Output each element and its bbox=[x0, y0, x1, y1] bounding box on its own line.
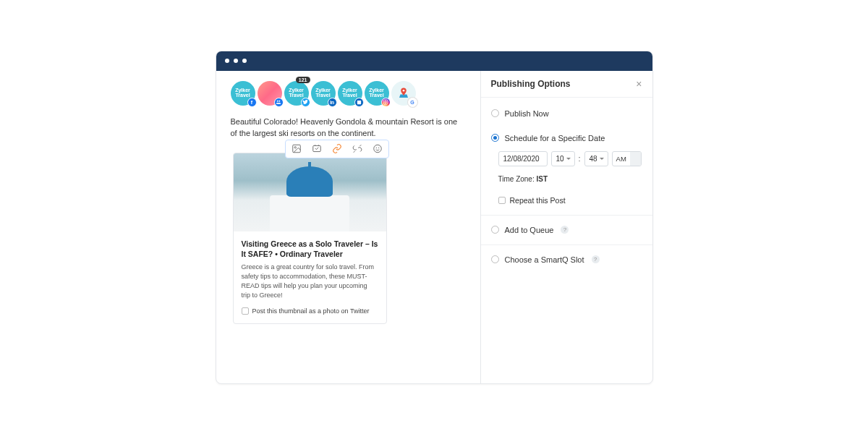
time-separator: : bbox=[579, 154, 581, 163]
panel-body: Publish Now Schedule for a Specific Date… bbox=[481, 98, 652, 274]
link-preview-card: Visiting Greece as a Solo Traveler – Is … bbox=[233, 153, 387, 325]
panel-title: Publishing Options bbox=[491, 79, 571, 89]
repeat-post-checkbox[interactable]: Repeat this Post bbox=[498, 196, 642, 205]
channel-twitter[interactable]: 121 Zylker Travel bbox=[284, 81, 309, 106]
channel-label: Zylker Travel bbox=[338, 88, 362, 98]
channel-instagram[interactable]: Zylker Travel bbox=[365, 81, 389, 106]
channel-facebook[interactable]: Zylker Travel f bbox=[231, 81, 255, 106]
linkedin-icon: in bbox=[328, 98, 337, 107]
repeat-label: Repeat this Post bbox=[510, 196, 566, 205]
svg-point-4 bbox=[385, 101, 387, 103]
option-schedule-date[interactable]: Schedule for a Specific Date bbox=[491, 131, 642, 145]
traffic-lights bbox=[225, 59, 247, 63]
linkedin-page-icon bbox=[354, 98, 364, 107]
channel-label: Zylker Travel bbox=[231, 88, 255, 98]
twitter-icon bbox=[301, 98, 310, 107]
meridiem-pm bbox=[630, 152, 641, 166]
close-icon[interactable]: × bbox=[636, 79, 642, 89]
preview-image bbox=[234, 153, 386, 231]
preview-description: Greece is a great country for solo trave… bbox=[242, 263, 378, 300]
svg-rect-2 bbox=[357, 100, 360, 103]
option-label: Add to Queue bbox=[505, 226, 554, 234]
radio-icon bbox=[491, 109, 499, 117]
channel-label: Zylker Travel bbox=[284, 88, 309, 98]
compose-window: Zylker Travel f 121 Zylker Travel bbox=[216, 51, 653, 384]
meridiem-toggle[interactable]: AM bbox=[612, 151, 642, 166]
count-badge: 121 bbox=[296, 77, 310, 83]
meridiem-am: AM bbox=[613, 152, 630, 166]
option-label: Choose a SmartQ Slot bbox=[505, 255, 584, 264]
svg-point-11 bbox=[378, 148, 379, 148]
svg-point-1 bbox=[278, 101, 280, 102]
preview-title: Visiting Greece as a Solo Traveler – Is … bbox=[242, 239, 378, 259]
radio-icon bbox=[491, 134, 499, 142]
schedule-controls: 12/08/2020 10 : 48 AM Time Zone: IST bbox=[491, 151, 642, 205]
minute-select[interactable]: 48 bbox=[584, 151, 608, 166]
map-pin-icon bbox=[397, 87, 410, 100]
date-input[interactable]: 12/08/2020 bbox=[498, 151, 548, 166]
twitter-thumbnail-checkbox[interactable]: Post this thumbnail as a photo on Twitte… bbox=[242, 307, 378, 315]
group-icon bbox=[274, 98, 284, 107]
channel-linkedin[interactable]: Zylker Travel in bbox=[311, 81, 336, 106]
radio-icon bbox=[491, 255, 499, 263]
option-smartq[interactable]: Choose a SmartQ Slot ? bbox=[491, 245, 642, 274]
post-text[interactable]: Beautiful Colorado! Heavenly Gondola & m… bbox=[231, 116, 473, 140]
content-area: Zylker Travel f 121 Zylker Travel bbox=[216, 71, 652, 383]
shorten-link-icon[interactable] bbox=[352, 144, 362, 154]
svg-point-7 bbox=[294, 147, 296, 148]
help-icon[interactable]: ? bbox=[561, 226, 569, 234]
checkbox-icon bbox=[498, 197, 506, 204]
option-add-queue[interactable]: Add to Queue ? bbox=[491, 216, 642, 244]
media-library-icon[interactable] bbox=[312, 144, 322, 154]
help-icon[interactable]: ? bbox=[592, 255, 600, 263]
channel-google[interactable]: G bbox=[391, 81, 416, 106]
link-icon[interactable] bbox=[332, 144, 342, 154]
channel-selector: Zylker Travel f 121 Zylker Travel bbox=[231, 81, 473, 106]
svg-point-5 bbox=[402, 89, 404, 91]
link-preview-wrap: Visiting Greece as a Solo Traveler – Is … bbox=[231, 153, 473, 325]
hour-select[interactable]: 10 bbox=[551, 151, 575, 166]
option-publish-now[interactable]: Publish Now bbox=[491, 106, 642, 121]
image-icon[interactable] bbox=[292, 144, 302, 154]
svg-point-9 bbox=[373, 145, 381, 153]
facebook-icon: f bbox=[247, 98, 257, 107]
chevron-down-icon bbox=[600, 158, 604, 160]
window-titlebar bbox=[216, 51, 652, 71]
window-control-dot[interactable] bbox=[234, 59, 238, 63]
compose-toolbar bbox=[285, 140, 389, 158]
svg-rect-3 bbox=[383, 100, 388, 104]
compose-pane: Zylker Travel f 121 Zylker Travel bbox=[216, 71, 480, 383]
publishing-options-panel: Publishing Options × Publish Now Schedul… bbox=[480, 71, 652, 383]
window-control-dot[interactable] bbox=[242, 59, 247, 63]
option-label: Publish Now bbox=[505, 109, 549, 118]
google-icon: G bbox=[408, 98, 417, 107]
chevron-down-icon bbox=[566, 158, 571, 160]
radio-icon bbox=[491, 226, 499, 234]
svg-point-0 bbox=[277, 101, 278, 102]
channel-facebook-group[interactable] bbox=[258, 81, 282, 106]
channel-linkedin-page[interactable]: Zylker Travel bbox=[338, 81, 362, 106]
option-label: Schedule for a Specific Date bbox=[505, 134, 605, 142]
timezone-label: Time Zone: IST bbox=[491, 175, 642, 183]
twitter-thumbnail-label: Post this thumbnail as a photo on Twitte… bbox=[252, 307, 370, 315]
checkbox-icon bbox=[242, 307, 249, 315]
panel-header: Publishing Options × bbox=[481, 71, 652, 98]
channel-label: Zylker Travel bbox=[365, 88, 389, 98]
channel-label: Zylker Travel bbox=[311, 88, 336, 98]
svg-point-10 bbox=[375, 148, 376, 148]
window-control-dot[interactable] bbox=[225, 59, 229, 63]
instagram-icon bbox=[381, 98, 391, 107]
emoji-icon[interactable] bbox=[373, 144, 383, 154]
